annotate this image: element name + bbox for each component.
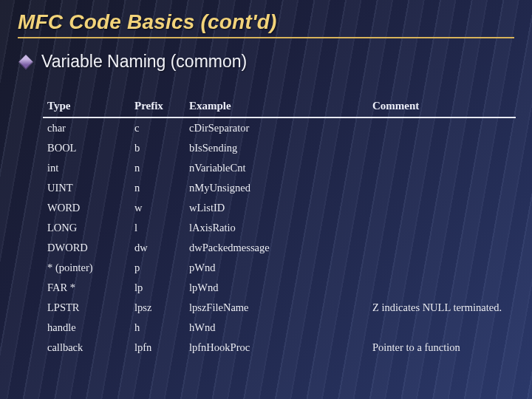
cell-example: cDirSeparator xyxy=(185,117,368,138)
cell-comment xyxy=(368,198,516,218)
cell-type: char xyxy=(43,117,130,138)
table-row: char c cDirSeparator xyxy=(43,117,516,138)
cell-comment xyxy=(368,218,516,238)
cell-comment: Z indicates NULL terminated. xyxy=(368,298,516,318)
table-row: LONG l lAxisRatio xyxy=(43,218,516,238)
title-underline xyxy=(18,37,514,38)
naming-table-wrap: Type Prefix Example Comment char c cDirS… xyxy=(43,97,516,358)
cell-prefix: w xyxy=(130,198,185,218)
table-row: UINT n nMyUnsigned xyxy=(43,178,516,198)
cell-comment xyxy=(368,138,516,158)
cell-type: callback xyxy=(43,338,130,358)
cell-comment xyxy=(368,178,516,198)
table-row: WORD w wListID xyxy=(43,198,516,218)
cell-type: LONG xyxy=(43,218,130,238)
naming-table: Type Prefix Example Comment char c cDirS… xyxy=(43,97,516,358)
col-header-type: Type xyxy=(43,97,130,117)
table-row: handle h hWnd xyxy=(43,318,516,338)
cell-type: UINT xyxy=(43,178,130,198)
cell-comment xyxy=(368,238,516,258)
slide-title: MFC Code Basics (cont'd) xyxy=(18,10,514,34)
cell-type: FAR * xyxy=(43,278,130,298)
cell-example: dwPackedmessage xyxy=(185,238,368,258)
cell-type: int xyxy=(43,158,130,178)
cell-comment xyxy=(368,278,516,298)
table-body: char c cDirSeparator BOOL b bIsSending i… xyxy=(43,117,516,358)
table-row: * (pointer) p pWnd xyxy=(43,258,516,278)
slide: MFC Code Basics (cont'd) Variable Naming… xyxy=(0,0,532,399)
cell-type: DWORD xyxy=(43,238,130,258)
bullet-item: Variable Naming (common) xyxy=(21,52,514,72)
cell-example: hWnd xyxy=(185,318,368,338)
cell-comment xyxy=(368,318,516,338)
cell-example: wListID xyxy=(185,198,368,218)
cell-example: bIsSending xyxy=(185,138,368,158)
cell-type: * (pointer) xyxy=(43,258,130,278)
cell-comment xyxy=(368,117,516,138)
col-header-comment: Comment xyxy=(368,97,516,117)
cell-prefix: lpfn xyxy=(130,338,185,358)
cell-prefix: c xyxy=(130,117,185,138)
cell-type: LPSTR xyxy=(43,298,130,318)
cell-example: nVariableCnt xyxy=(185,158,368,178)
col-header-example: Example xyxy=(185,97,368,117)
cell-example: pWnd xyxy=(185,258,368,278)
table-row: callback lpfn lpfnHookProc Pointer to a … xyxy=(43,338,516,358)
cell-prefix: lpsz xyxy=(130,298,185,318)
col-header-prefix: Prefix xyxy=(130,97,185,117)
cell-example: lAxisRatio xyxy=(185,218,368,238)
table-row: FAR * lp lpWnd xyxy=(43,278,516,298)
cell-prefix: l xyxy=(130,218,185,238)
table-row: int n nVariableCnt xyxy=(43,158,516,178)
cell-type: WORD xyxy=(43,198,130,218)
cell-example: nMyUnsigned xyxy=(185,178,368,198)
cell-comment: Pointer to a function xyxy=(368,338,516,358)
table-row: LPSTR lpsz lpszFileName Z indicates NULL… xyxy=(43,298,516,318)
cell-prefix: h xyxy=(130,318,185,338)
cell-prefix: b xyxy=(130,138,185,158)
table-row: BOOL b bIsSending xyxy=(43,138,516,158)
diamond-bullet-icon xyxy=(18,55,33,69)
table-row: DWORD dw dwPackedmessage xyxy=(43,238,516,258)
cell-example: lpszFileName xyxy=(185,298,368,318)
cell-example: lpfnHookProc xyxy=(185,338,368,358)
cell-prefix: n xyxy=(130,178,185,198)
cell-prefix: dw xyxy=(130,238,185,258)
cell-comment xyxy=(368,258,516,278)
cell-prefix: p xyxy=(130,258,185,278)
cell-type: handle xyxy=(43,318,130,338)
cell-prefix: lp xyxy=(130,278,185,298)
cell-comment xyxy=(368,158,516,178)
cell-prefix: n xyxy=(130,158,185,178)
table-header-row: Type Prefix Example Comment xyxy=(43,97,516,117)
bullet-text: Variable Naming (common) xyxy=(41,52,247,72)
cell-type: BOOL xyxy=(43,138,130,158)
cell-example: lpWnd xyxy=(185,278,368,298)
